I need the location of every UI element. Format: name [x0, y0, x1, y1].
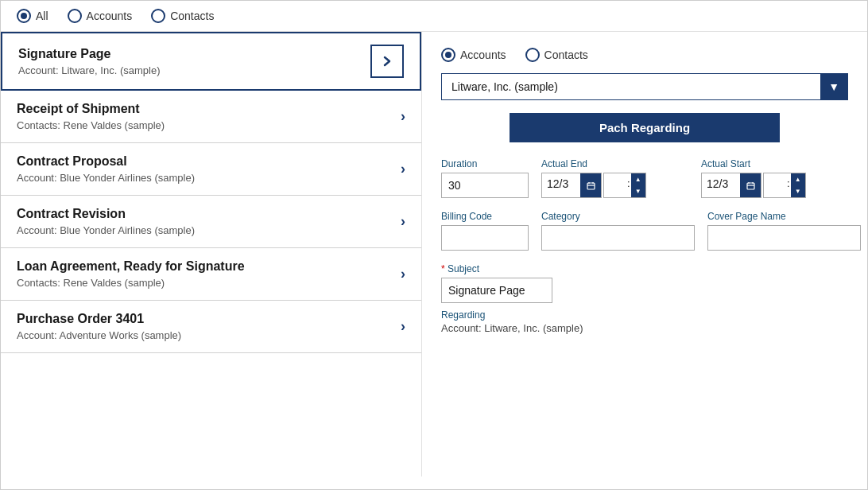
list-item[interactable]: Loan Agreement, Ready for Signature Cont… — [1, 248, 421, 301]
dropdown-value: Litware, Inc. (sample) — [442, 74, 820, 99]
subject-field: * Subject — [441, 263, 552, 303]
duration-input[interactable] — [441, 173, 529, 198]
category-label: Category — [541, 211, 695, 222]
right-radio-contacts-label: Contacts — [544, 49, 588, 61]
actual-end-date-text: 12/3 — [542, 173, 580, 197]
category-field: Category — [541, 211, 695, 251]
subject-label: Subject — [448, 263, 479, 274]
radio-all-label: All — [36, 10, 48, 22]
duration-label: Duration — [441, 158, 529, 169]
chevron-right-icon — [382, 56, 393, 67]
actual-start-calendar-button[interactable] — [740, 173, 761, 197]
list-item-title: Loan Agreement, Ready for Signature — [17, 259, 245, 274]
list-item[interactable]: Receipt of Shipment Contacts: Rene Valde… — [1, 91, 421, 143]
actual-start-time-wrapper: : ▲ ▼ — [763, 173, 806, 198]
svg-rect-0 — [587, 183, 595, 189]
actual-start-time-arrows: ▲ ▼ — [791, 173, 805, 197]
right-radio-row: Accounts Contacts — [441, 48, 848, 62]
list-item-subtitle: Account: Blue Yonder Airlines (sample) — [17, 172, 195, 184]
calendar-icon — [587, 181, 595, 190]
list-item-content: Contract Revision Account: Blue Yonder A… — [17, 207, 195, 236]
list-item-content: Contract Proposal Account: Blue Yonder A… — [17, 154, 195, 184]
right-radio-accounts[interactable]: Accounts — [441, 48, 506, 62]
right-radio-accounts-label: Accounts — [460, 49, 506, 61]
actual-start-time-text — [764, 173, 786, 197]
radio-accounts[interactable]: Accounts — [68, 9, 133, 23]
radio-all[interactable]: All — [17, 9, 48, 23]
right-radio-contacts-circle — [525, 48, 540, 62]
chevron-right-icon: › — [401, 266, 405, 282]
radio-contacts-label: Contacts — [170, 10, 214, 22]
patch-regarding-button[interactable]: Pach Regarding — [510, 113, 780, 142]
actual-end-time-up[interactable]: ▲ — [631, 173, 645, 185]
list-item-subtitle: Contacts: Rene Valdes (sample) — [17, 277, 245, 289]
list-item-title: Signature Page — [18, 47, 160, 61]
billing-code-label: Billing Code — [441, 211, 529, 222]
svg-rect-4 — [747, 183, 754, 189]
right-radio-accounts-circle — [441, 48, 455, 62]
chevron-right-icon: › — [401, 318, 405, 335]
billing-code-input[interactable] — [441, 225, 529, 251]
list-item-content: Signature Page Account: Litware, Inc. (s… — [18, 47, 160, 76]
actual-end-calendar-button[interactable] — [580, 173, 601, 197]
list-item-chevron-button[interactable] — [370, 45, 404, 78]
form-row-1: Duration Actual End 12/3 — [441, 158, 848, 198]
list-item-subtitle: Account: Adventure Works (sample) — [17, 329, 181, 341]
actual-start-label: Actual Start — [701, 158, 848, 169]
actual-end-time-down[interactable]: ▼ — [631, 185, 645, 197]
list-item-title: Purchase Order 3401 — [17, 312, 181, 326]
main-content: Signature Page Account: Litware, Inc. (s… — [1, 32, 867, 476]
radio-contacts[interactable]: Contacts — [151, 9, 214, 23]
radio-all-circle — [17, 9, 31, 23]
top-radio-bar: All Accounts Contacts — [1, 1, 867, 32]
list-item-title: Receipt of Shipment — [17, 102, 165, 116]
cover-page-label: Cover Page Name — [707, 211, 861, 222]
list-item-subtitle: Account: Litware, Inc. (sample) — [18, 64, 160, 76]
cover-page-field: Cover Page Name — [707, 211, 861, 251]
actual-end-date-wrapper: 12/3 — [541, 173, 602, 198]
right-panel: Accounts Contacts Litware, Inc. (sample)… — [422, 32, 867, 476]
list-item-content: Purchase Order 3401 Account: Adventure W… — [17, 312, 181, 341]
left-panel: Signature Page Account: Litware, Inc. (s… — [1, 32, 422, 476]
dropdown-arrow-icon[interactable]: ▼ — [820, 74, 847, 99]
chevron-right-icon: › — [401, 161, 405, 177]
chevron-right-icon: › — [401, 108, 405, 125]
list-item[interactable]: Contract Proposal Account: Blue Yonder A… — [1, 143, 421, 196]
dropdown-row: Litware, Inc. (sample) ▼ — [441, 73, 848, 100]
actual-end-time-text — [604, 173, 626, 197]
actual-start-field: Actual Start 12/3 — [701, 158, 848, 198]
actual-start-time-down[interactable]: ▼ — [791, 185, 805, 197]
actual-start-datetime: 12/3 : — [701, 173, 848, 198]
chevron-right-icon: › — [401, 213, 405, 230]
actual-start-time-up[interactable]: ▲ — [791, 173, 805, 185]
radio-contacts-circle — [151, 9, 165, 23]
list-item-title: Contract Revision — [17, 207, 195, 221]
regarding-label: Regarding — [441, 309, 848, 321]
form-row-2: Billing Code Category Cover Page Name — [441, 211, 848, 251]
list-item[interactable]: Signature Page Account: Litware, Inc. (s… — [1, 32, 421, 91]
category-input[interactable] — [541, 225, 695, 251]
radio-accounts-label: Accounts — [87, 10, 133, 22]
right-radio-contacts[interactable]: Contacts — [525, 48, 588, 62]
radio-accounts-circle — [68, 9, 82, 23]
actual-start-date-text: 12/3 — [702, 173, 740, 197]
list-item[interactable]: Purchase Order 3401 Account: Adventure W… — [1, 301, 421, 353]
list-item-subtitle: Contacts: Rene Valdes (sample) — [17, 119, 165, 131]
actual-end-label: Actual End — [541, 158, 688, 169]
calendar-icon — [746, 181, 755, 190]
billing-code-field: Billing Code — [441, 211, 529, 251]
actual-end-time-arrows: ▲ ▼ — [631, 173, 645, 197]
actual-end-datetime: 12/3 : — [541, 173, 688, 198]
list-item-content: Receipt of Shipment Contacts: Rene Valde… — [17, 102, 165, 131]
actual-end-time-wrapper: : ▲ ▼ — [603, 173, 646, 198]
list-item-content: Loan Agreement, Ready for Signature Cont… — [17, 259, 245, 289]
actual-end-field: Actual End 12/3 — [541, 158, 688, 198]
subject-row: * Subject — [441, 263, 848, 303]
list-item-subtitle: Account: Blue Yonder Airlines (sample) — [17, 224, 195, 236]
duration-field: Duration — [441, 158, 529, 198]
list-item[interactable]: Contract Revision Account: Blue Yonder A… — [1, 196, 421, 248]
subject-input[interactable] — [441, 278, 552, 303]
account-dropdown[interactable]: Litware, Inc. (sample) ▼ — [441, 73, 848, 100]
actual-start-date-wrapper: 12/3 — [701, 173, 761, 198]
cover-page-input[interactable] — [707, 225, 861, 251]
